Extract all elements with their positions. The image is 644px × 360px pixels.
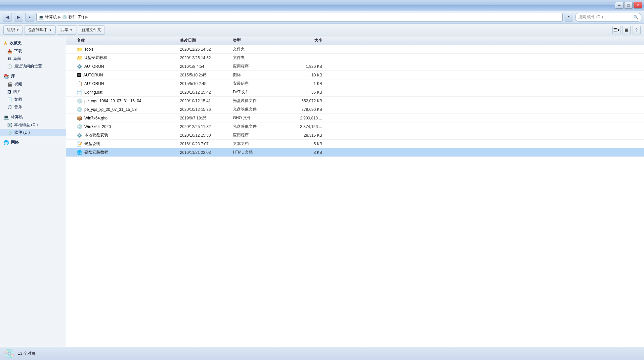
forward-button[interactable]: ▶ (14, 13, 23, 22)
file-name-text: 光盘说明 (84, 141, 100, 147)
favorites-header[interactable]: ★ 收藏夹 (0, 39, 66, 47)
file-type-icon: 📋 (77, 81, 82, 86)
breadcrumb-folder-icon: 💻 (39, 15, 44, 20)
library-label: 库 (11, 73, 15, 79)
help-button[interactable]: ? (632, 26, 641, 34)
share-arrow-icon: ▼ (70, 28, 73, 32)
new-folder-button[interactable]: 新建文件夹 (78, 25, 105, 35)
file-size: 36 KB (286, 90, 325, 95)
breadcrumb[interactable]: 💻 计算机 ▶ 💿 软件 (D:) ▶ (36, 13, 563, 22)
file-type: 光盘映像文件 (233, 107, 286, 112)
file-name-text: AUTORUN (84, 81, 104, 86)
up-button[interactable]: ▲ (25, 13, 34, 22)
include-button[interactable]: 包含到库中 ▼ (24, 25, 56, 35)
help-icon: ? (635, 27, 638, 32)
file-name-text: Win7x64_2020 (84, 124, 111, 129)
file-size: 3,874,126 ... (286, 124, 325, 129)
desktop-icon: 🖥 (7, 57, 11, 61)
share-label: 共享 (61, 27, 68, 33)
sidebar-item-documents[interactable]: 📄 文档 (0, 96, 66, 103)
file-date: 2016/1/8 4:54 (180, 64, 233, 69)
file-size: 3 KB (286, 150, 325, 155)
table-row[interactable]: 📋 AUTORUN 2015/5/10 2:45 安装信息 1 KB (66, 79, 644, 88)
desktop-label: 桌面 (13, 56, 21, 62)
file-name-text: U盘安装教程 (84, 55, 107, 61)
include-label: 包含到库中 (28, 27, 48, 33)
library-header[interactable]: 📚 库 (0, 72, 66, 80)
recent-label: 最近访问的位置 (14, 64, 42, 69)
table-row[interactable]: 📝 光盘说明 2016/10/23 7:07 文本文档 5 KB (66, 140, 644, 148)
view-arrow-icon: ▼ (617, 28, 620, 32)
file-name-text: 硬盘安装教程 (84, 150, 108, 155)
maximize-button[interactable]: □ (624, 2, 633, 9)
col-date-header[interactable]: 修改日期 (180, 38, 233, 43)
file-type-icon: 📝 (77, 141, 82, 147)
sidebar-item-downloads[interactable]: 📥 下载 (0, 47, 66, 55)
downloads-label: 下载 (14, 48, 22, 54)
file-size: 1,926 KB (286, 64, 325, 69)
file-name-text: Win7x64.gho (84, 116, 107, 120)
table-row[interactable]: 📁 Tools 2020/12/25 14:52 文件夹 (66, 45, 644, 54)
table-row[interactable]: 📁 U盘安装教程 2020/12/25 14:52 文件夹 (66, 54, 644, 62)
music-label: 音乐 (14, 104, 22, 110)
c-drive-label: 本地磁盘 (C:) (14, 122, 38, 128)
table-row[interactable]: 💿 Win7x64_2020 2020/12/25 11:32 光盘映像文件 3… (66, 122, 644, 131)
file-name-text: pe_yqs_xp_20_07_31_15_53 (84, 107, 137, 112)
table-row[interactable]: 🖼 AUTORUN 2015/5/10 2:45 图标 10 KB (66, 71, 644, 79)
computer-header[interactable]: 💻 计算机 (0, 113, 66, 121)
file-date: 2020/10/12 15:36 (180, 107, 233, 112)
breadcrumb-drive[interactable]: 软件 (D:) (68, 14, 84, 20)
col-size-header[interactable]: 大小 (286, 38, 325, 43)
sidebar-item-desktop[interactable]: 🖥 桌面 (0, 55, 66, 63)
sidebar-item-pictures[interactable]: 🖼 图片 (0, 88, 66, 96)
file-name-text: 本地硬盘安装 (84, 132, 108, 138)
col-name-header[interactable]: 名称 (67, 38, 180, 43)
search-bar[interactable]: 搜索 软件 (D:) 🔍 (575, 13, 641, 22)
file-name-text: AUTORUN (84, 64, 104, 69)
back-button[interactable]: ◀ (3, 13, 12, 22)
organize-label: 组织 (7, 27, 15, 33)
file-type-icon: 💿 (77, 107, 82, 112)
file-date: 2019/9/7 19:25 (180, 116, 233, 120)
close-button[interactable]: ✕ (633, 2, 642, 9)
breadcrumb-arrow-1: ▶ (58, 15, 61, 19)
table-row[interactable]: 💿 pe_yqs_1064_20_07_31_16_04 2020/10/12 … (66, 97, 644, 105)
file-date: 2020/10/12 15:42 (180, 90, 233, 95)
status-count: 13 个对象 (18, 351, 35, 356)
organize-button[interactable]: 组织 ▼ (3, 25, 23, 35)
file-date: 2016/10/23 7:07 (180, 142, 233, 146)
sidebar-item-recent[interactable]: 🕐 最近访问的位置 (0, 63, 66, 70)
file-type-icon: 💿 (77, 124, 82, 129)
sidebar-item-c-drive[interactable]: 💽 本地磁盘 (C:) (0, 121, 66, 129)
c-drive-icon: 💽 (7, 123, 12, 127)
refresh-button[interactable]: ↻ (565, 13, 573, 22)
table-row[interactable]: 🌐 硬盘安装教程 2016/11/21 22:03 HTML 文档 3 KB (66, 148, 644, 157)
network-header[interactable]: 🌐 网络 (0, 138, 66, 147)
computer-icon: 💻 (3, 114, 9, 120)
network-label: 网络 (11, 140, 19, 145)
file-date: 2015/5/10 2:45 (180, 81, 233, 86)
view-mode-button[interactable]: ☰ ▼ (612, 26, 621, 34)
sidebar-item-d-drive[interactable]: 💿 软件 (D:) (0, 129, 66, 136)
file-size: 279,696 KB (286, 107, 325, 112)
breadcrumb-computer[interactable]: 计算机 (45, 14, 57, 20)
col-type-header[interactable]: 类型 (233, 38, 286, 43)
d-drive-label: 软件 (D:) (14, 130, 30, 135)
address-bar: ◀ ▶ ▲ 💻 计算机 ▶ 💿 软件 (D:) ▶ ↻ 搜索 软件 (D:) 🔍 (0, 11, 644, 24)
table-row[interactable]: ⚙️ 本地硬盘安装 2020/10/12 15:30 应用程序 28,315 K… (66, 131, 644, 140)
main-content: ★ 收藏夹 📥 下载 🖥 桌面 🕐 最近访问的位置 📚 库 (0, 36, 644, 347)
table-row[interactable]: 📄 Config.dat 2020/10/12 15:42 DAT 文件 36 … (66, 88, 644, 97)
file-type: 应用程序 (233, 64, 286, 69)
file-date: 2015/5/10 2:45 (180, 73, 233, 77)
preview-pane-button[interactable]: ▦ (622, 26, 631, 34)
share-button[interactable]: 共享 ▼ (57, 25, 76, 35)
file-date: 2020/12/25 14:52 (180, 56, 233, 60)
table-row[interactable]: ⚙️ AUTORUN 2016/1/8 4:54 应用程序 1,926 KB (66, 62, 644, 71)
videos-label: 视频 (14, 81, 22, 87)
file-size: 28,315 KB (286, 133, 325, 138)
sidebar-item-music[interactable]: 🎵 音乐 (0, 103, 66, 111)
table-row[interactable]: 💿 pe_yqs_xp_20_07_31_15_53 2020/10/12 15… (66, 105, 644, 114)
table-row[interactable]: 📦 Win7x64.gho 2019/9/7 19:25 GHO 文件 2,90… (66, 114, 644, 122)
sidebar-item-videos[interactable]: 🎬 视频 (0, 80, 66, 88)
minimize-button[interactable]: ─ (615, 2, 623, 9)
